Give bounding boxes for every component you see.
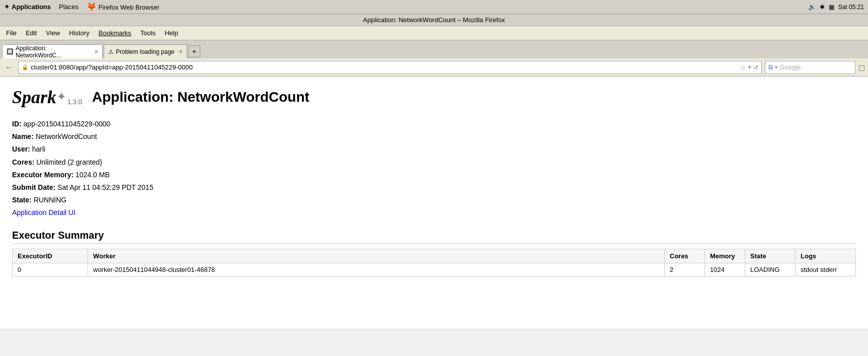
- window-title: Application: NetworkWordCount – Mozilla …: [363, 16, 505, 24]
- info-user: User: harli: [12, 143, 856, 156]
- executor-memory-label: Executor Memory:: [12, 171, 73, 179]
- cell-executor-id: 0: [13, 263, 88, 276]
- volume-icon[interactable]: 🔊: [808, 4, 816, 11]
- system-bar: ✦ Applications Places 🦊 Firefox Web Brow…: [0, 0, 868, 14]
- th-executor-id: ExecutorID: [13, 249, 88, 263]
- spark-version: 1.3.0: [67, 98, 82, 106]
- applications-label: Applications: [12, 3, 51, 11]
- new-tab-button[interactable]: +: [188, 45, 200, 57]
- network-icon[interactable]: ▦: [829, 4, 834, 11]
- submit-date-value: Sat Apr 11 04:52:29 PDT 2015: [57, 183, 153, 191]
- menu-tools[interactable]: Tools: [136, 28, 160, 38]
- info-id: ID: app-20150411045229-0000: [12, 118, 856, 130]
- clock: Sat 05:21: [838, 4, 864, 11]
- id-label: ID:: [12, 120, 22, 128]
- tab-label-1: Problem loading page: [116, 48, 175, 55]
- bluetooth-icon[interactable]: ✱: [820, 4, 825, 11]
- menu-help[interactable]: Help: [161, 28, 182, 38]
- firefox-icon: 🦊: [87, 3, 97, 11]
- cell-cores: 2: [665, 263, 705, 276]
- executor-summary-title: Executor Summary: [12, 230, 856, 244]
- menu-bar: File Edit View History Bookmarks Tools H…: [0, 26, 868, 40]
- th-memory: Memory: [705, 249, 745, 263]
- user-label: User:: [12, 145, 30, 153]
- submit-date-label: Submit Date:: [12, 183, 55, 191]
- menu-edit[interactable]: Edit: [22, 28, 41, 38]
- tab-application[interactable]: 🔲 Application: NetworkWordC... ✕: [2, 44, 103, 58]
- tab-close-0[interactable]: ✕: [94, 49, 98, 54]
- tab-warning-icon: ⚠: [108, 48, 114, 55]
- executor-summary-section: Executor Summary ExecutorID Worker Cores…: [12, 230, 856, 276]
- user-value: harli: [32, 145, 45, 153]
- info-executor-memory: Executor Memory: 1024.0 MB: [12, 169, 856, 181]
- tab-problem[interactable]: ⚠ Problem loading page ✕: [104, 44, 187, 58]
- applications-menu[interactable]: ✦ Applications: [4, 3, 51, 11]
- tab-close-1[interactable]: ✕: [179, 49, 183, 54]
- search-placeholder: Google: [779, 63, 801, 71]
- th-worker: Worker: [88, 249, 665, 263]
- cell-worker: worker-20150411044948-cluster01-46878: [88, 263, 665, 276]
- bookmark-star-icon[interactable]: ☆: [740, 63, 746, 72]
- refresh-icon[interactable]: ↺: [753, 64, 758, 71]
- menu-history[interactable]: History: [65, 28, 93, 38]
- th-cores: Cores: [665, 249, 705, 263]
- spark-logo: Spark ✦ 1.3.0: [12, 87, 82, 108]
- menu-view[interactable]: View: [42, 28, 64, 38]
- spark-system-icon: ✦: [4, 3, 10, 11]
- places-menu[interactable]: Places: [59, 3, 78, 11]
- page-content: Spark ✦ 1.3.0 Application: NetworkWordCo…: [0, 77, 868, 328]
- back-button[interactable]: ←: [3, 62, 15, 73]
- info-detail-link[interactable]: Application Detail UI: [12, 206, 856, 219]
- state-value: RUNNING: [34, 196, 66, 204]
- secure-icon: 🔒: [22, 64, 29, 70]
- chevron-icon: ▾: [748, 64, 751, 70]
- menu-file[interactable]: File: [2, 28, 21, 38]
- tab-icon: 🔲: [7, 48, 14, 55]
- state-label: State:: [12, 196, 32, 204]
- google-search-icon: G: [768, 64, 773, 71]
- table-header-row: ExecutorID Worker Cores Memory State Log…: [13, 249, 856, 263]
- executor-memory-value: 1024.0 MB: [75, 171, 110, 179]
- title-bar: Application: NetworkWordCount – Mozilla …: [0, 14, 868, 26]
- name-value: NetworkWordCount: [36, 132, 97, 140]
- cores-value: Unlimited (2 granted): [36, 158, 102, 166]
- info-cores: Cores: Unlimited (2 granted): [12, 156, 856, 169]
- info-name: Name: NetworkWordCount: [12, 130, 856, 143]
- name-label: Name:: [12, 132, 34, 140]
- address-bar: ← 🔒 cluster01:8080/app/?appId=app-201504…: [0, 58, 868, 77]
- spark-logo-text: Spark: [12, 87, 56, 108]
- executor-table: ExecutorID Worker Cores Memory State Log…: [12, 249, 856, 276]
- info-submit-date: Submit Date: Sat Apr 11 04:52:29 PDT 201…: [12, 181, 856, 194]
- search-box[interactable]: G ▾ Google: [765, 61, 855, 74]
- cell-logs: stdout stderr: [796, 263, 856, 276]
- th-state: State: [745, 249, 796, 263]
- table-row: 0 worker-20150411044948-cluster01-46878 …: [13, 263, 856, 276]
- spark-star-icon: ✦: [56, 90, 66, 104]
- url-box[interactable]: 🔒 cluster01:8080/app/?appId=app-20150411…: [18, 61, 762, 74]
- url-text: cluster01:8080/app/?appId=app-2015041104…: [31, 63, 738, 71]
- browser-menu[interactable]: 🦊 Firefox Web Browser: [87, 2, 160, 12]
- cores-label: Cores:: [12, 158, 34, 166]
- spark-header: Spark ✦ 1.3.0 Application: NetworkWordCo…: [12, 87, 856, 108]
- app-info: ID: app-20150411045229-0000 Name: Networ…: [12, 118, 856, 220]
- info-state: State: RUNNING: [12, 194, 856, 206]
- search-dropdown-icon[interactable]: ▾: [775, 64, 777, 70]
- cell-state: LOADING: [745, 263, 796, 276]
- cell-memory: 1024: [705, 263, 745, 276]
- th-logs: Logs: [796, 249, 856, 263]
- id-value: app-20150411045229-0000: [24, 120, 111, 128]
- page-title: Application: NetworkWordCount: [92, 89, 309, 105]
- window-control-icon[interactable]: ▢: [858, 63, 865, 72]
- tab-bar: 🔲 Application: NetworkWordC... ✕ ⚠ Probl…: [0, 40, 868, 58]
- application-detail-ui-link[interactable]: Application Detail UI: [12, 208, 75, 217]
- tab-label-0: Application: NetworkWordC...: [16, 45, 90, 59]
- menu-bookmarks[interactable]: Bookmarks: [95, 28, 135, 38]
